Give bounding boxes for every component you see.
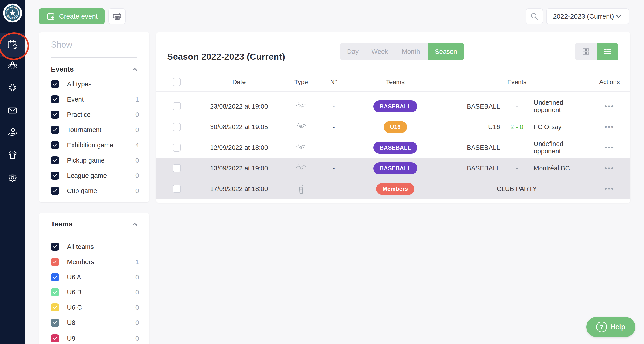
checkbox[interactable] bbox=[51, 319, 59, 327]
sidebar-item-equipment[interactable] bbox=[0, 145, 25, 166]
row-checkbox[interactable] bbox=[173, 123, 181, 131]
checkbox[interactable] bbox=[51, 156, 59, 164]
checkbox[interactable] bbox=[51, 243, 59, 251]
handshake-icon bbox=[281, 164, 322, 172]
event-home-team: U16 bbox=[445, 123, 500, 131]
table-row[interactable]: 23/08/2022 at 19:00 - BASEBALL BASEBALL … bbox=[156, 96, 630, 116]
events-section-header: Events bbox=[51, 65, 138, 73]
filter-event-cup-game[interactable]: Cup game 0 bbox=[51, 184, 139, 197]
tab-season[interactable]: Season bbox=[428, 43, 464, 60]
filter-team-members[interactable]: Members 1 bbox=[51, 256, 139, 268]
create-event-label: Create event bbox=[59, 12, 98, 20]
row-actions-menu[interactable]: ••• bbox=[604, 186, 614, 192]
calendar-plus-icon bbox=[46, 12, 56, 21]
sidebar-item-settings[interactable] bbox=[0, 168, 25, 188]
checkbox[interactable] bbox=[51, 172, 59, 180]
filter-panel-teams: Teams All teams Members 1 U6 A 0 U6 B 0 bbox=[39, 213, 149, 344]
mail-icon bbox=[7, 105, 18, 116]
checkbox[interactable] bbox=[51, 126, 59, 134]
list-view-button[interactable] bbox=[597, 43, 618, 60]
event-date: 17/09/2022 at 18:00 bbox=[197, 185, 281, 193]
events-section-title: Events bbox=[51, 65, 74, 73]
grid-view-button[interactable] bbox=[575, 43, 597, 60]
row-checkbox[interactable] bbox=[173, 185, 181, 193]
printer-icon bbox=[112, 12, 122, 21]
checkbox[interactable] bbox=[51, 288, 59, 296]
row-checkbox[interactable] bbox=[173, 164, 181, 172]
checkbox[interactable] bbox=[51, 258, 59, 266]
checkbox[interactable] bbox=[51, 80, 59, 88]
filter-team-u6c[interactable]: U6 C 0 bbox=[51, 301, 139, 314]
checkbox[interactable] bbox=[51, 141, 59, 149]
team-badge: BASEBALL bbox=[373, 100, 417, 112]
filter-event-practice[interactable]: Practice 0 bbox=[51, 108, 139, 121]
season-selector-value: 2022-2023 (Current) bbox=[553, 12, 614, 20]
team-badge: U16 bbox=[384, 121, 407, 133]
checkbox[interactable] bbox=[51, 273, 59, 281]
filter-event-all-types[interactable]: All types bbox=[51, 78, 139, 90]
event-date: 13/09/2022 at 19:00 bbox=[197, 164, 281, 172]
table-row[interactable]: 12/09/2022 at 18:00 - BASEBALL BASEBALL … bbox=[156, 137, 630, 158]
filter-team-u9[interactable]: U9 0 bbox=[51, 332, 139, 344]
create-event-button[interactable]: Create event bbox=[39, 8, 105, 24]
table-row-highlighted[interactable]: 13/09/2022 at 19:00 - BASEBALL BASEBALL … bbox=[156, 158, 630, 178]
team-badge: BASEBALL bbox=[373, 142, 417, 154]
filter-team-u8[interactable]: U8 0 bbox=[51, 316, 139, 329]
row-actions-menu[interactable]: ••• bbox=[604, 165, 614, 172]
club-logo[interactable]: OLYMPIENS OLYMPIENS bbox=[2, 3, 23, 23]
filter-event-pickup-game[interactable]: Pickup game 0 bbox=[51, 154, 139, 166]
event-date: 23/08/2022 at 19:00 bbox=[197, 103, 281, 110]
sidebar-item-members[interactable] bbox=[0, 56, 25, 76]
chevron-up-icon[interactable] bbox=[131, 221, 138, 228]
table-row-highlighted[interactable]: 17/09/2022 at 18:00 - Members CLUB PARTY… bbox=[156, 178, 630, 199]
tab-month[interactable]: Month bbox=[394, 43, 428, 60]
laurel-icon bbox=[7, 82, 18, 93]
checkbox[interactable] bbox=[51, 304, 59, 312]
filter-event-event[interactable]: Event 1 bbox=[51, 93, 139, 106]
filter-team-u6b[interactable]: U6 B 0 bbox=[51, 286, 139, 298]
question-mark-icon: ? bbox=[596, 322, 607, 332]
filter-event-league-game[interactable]: League game 0 bbox=[51, 169, 139, 182]
sidebar-item-coaching[interactable] bbox=[0, 122, 25, 143]
row-checkbox[interactable] bbox=[173, 102, 181, 110]
season-selector-dropdown[interactable]: 2022-2023 (Current) bbox=[546, 8, 629, 24]
sidebar-item-calendar[interactable] bbox=[0, 34, 25, 55]
table-row[interactable]: 30/08/2022 at 19:05 - U16 U16 2 - 0 FC O bbox=[156, 116, 630, 137]
sidebar-item-competitions[interactable] bbox=[0, 78, 25, 98]
help-button[interactable]: ? Help bbox=[586, 317, 635, 337]
checkbox[interactable] bbox=[51, 110, 59, 119]
teams-section-header: Teams bbox=[51, 220, 138, 228]
chevron-up-icon[interactable] bbox=[131, 66, 138, 73]
row-checkbox[interactable] bbox=[173, 144, 181, 152]
filter-event-exhibition-game[interactable]: Exhibition game 4 bbox=[51, 139, 139, 151]
print-button[interactable] bbox=[108, 8, 126, 24]
checkbox[interactable] bbox=[51, 187, 59, 195]
row-actions-menu[interactable]: ••• bbox=[604, 144, 614, 151]
event-score: - bbox=[500, 103, 534, 110]
select-all-checkbox[interactable] bbox=[173, 78, 181, 86]
checkbox[interactable] bbox=[51, 95, 59, 104]
event-home-team: BASEBALL bbox=[445, 144, 500, 151]
col-header-number: N° bbox=[322, 78, 346, 86]
help-label: Help bbox=[610, 323, 625, 331]
coaching-hand-icon bbox=[7, 127, 18, 138]
filter-event-tournament[interactable]: Tournament 0 bbox=[51, 124, 139, 136]
row-actions-menu[interactable]: ••• bbox=[604, 103, 614, 110]
cocktail-icon bbox=[281, 184, 322, 194]
filter-team-u6a[interactable]: U6 A 0 bbox=[51, 271, 139, 284]
tab-day[interactable]: Day bbox=[340, 43, 366, 60]
sidebar-item-messages[interactable] bbox=[0, 100, 25, 121]
gear-icon bbox=[7, 172, 18, 183]
tab-week[interactable]: Week bbox=[366, 43, 394, 60]
event-number: - bbox=[322, 103, 346, 110]
col-header-date: Date bbox=[197, 78, 281, 86]
search-button[interactable] bbox=[526, 8, 543, 24]
col-header-events: Events bbox=[445, 78, 589, 86]
event-opponent: Undefined opponent bbox=[534, 140, 589, 155]
filter-panel-title: Show bbox=[51, 40, 72, 50]
table-body: 23/08/2022 at 19:00 - BASEBALL BASEBALL … bbox=[156, 96, 630, 199]
checkbox[interactable] bbox=[51, 334, 59, 342]
row-actions-menu[interactable]: ••• bbox=[604, 124, 614, 130]
filter-panel-events: Show Events All types Event 1 Practice 0… bbox=[39, 32, 149, 202]
filter-team-all-teams[interactable]: All teams bbox=[51, 240, 139, 253]
